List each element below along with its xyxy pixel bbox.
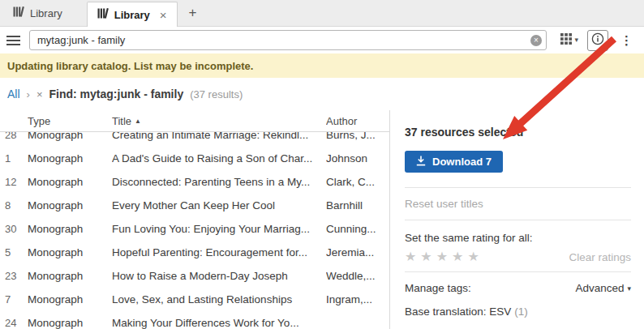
notification-banner: Updating library catalog. List may be in…	[0, 53, 644, 78]
cell-title: A Dad's Guide to Raising a Son of Char..…	[112, 152, 326, 164]
search-input[interactable]	[29, 30, 547, 50]
library-table: Type Title▲ Author 28 Monograph Creating…	[0, 110, 389, 329]
cell-type: Monograph	[28, 293, 112, 306]
cell-type: Monograph	[28, 246, 112, 258]
more-options-icon[interactable]: ⋮	[617, 33, 636, 48]
cell-author: Jeremia...	[326, 246, 389, 258]
menu-icon[interactable]	[6, 36, 20, 45]
rating-row: ★★★★★ Clear ratings	[405, 250, 631, 263]
cell-type: Monograph	[28, 176, 112, 188]
cell-author: Cunning...	[326, 223, 389, 235]
results-count: (37 results)	[190, 88, 243, 100]
grid-view-icon	[560, 33, 572, 47]
row-number: 12	[0, 176, 28, 188]
search-field: ×	[29, 30, 547, 50]
row-number: 5	[0, 246, 28, 258]
selection-panel: 37 resources selected Download 7 Reset u…	[389, 110, 644, 329]
reset-user-titles-button[interactable]: Reset user titles	[405, 188, 631, 220]
chevron-down-icon: ▾	[627, 284, 631, 293]
cell-title: Every Mother Can Keep Her Cool	[112, 199, 326, 212]
table-row[interactable]: 5 Monograph Hopeful Parenting: Encourage…	[0, 241, 389, 264]
cell-type: Monograph	[28, 317, 112, 329]
clear-search-icon[interactable]: ×	[530, 35, 542, 46]
star-rating[interactable]: ★★★★★	[405, 250, 483, 263]
filter-bar: All › × Find: mytag:junk - family (37 re…	[0, 78, 644, 110]
download-icon	[416, 156, 426, 169]
table-row[interactable]: 7 Monograph Love, Sex, and Lasting Relat…	[0, 288, 389, 311]
table-row[interactable]: 1 Monograph A Dad's Guide to Raising a S…	[0, 147, 389, 170]
table-header: Type Title▲ Author	[0, 110, 389, 132]
chevron-down-icon: ▾	[574, 36, 578, 44]
table-row[interactable]: 12 Monograph Disconnected: Parenting Tee…	[0, 170, 389, 194]
view-selector-button[interactable]: ▾	[560, 33, 578, 47]
row-number: 23	[0, 270, 28, 282]
cell-title: Disconnected: Parenting Teens in a My...	[112, 176, 326, 188]
divider	[405, 220, 631, 220]
rating-label: Set the same rating for all:	[405, 232, 631, 244]
cell-author: Johnson	[326, 152, 389, 164]
cell-author: Burns, J...	[326, 132, 389, 141]
table-row[interactable]: 30 Monograph Fun Loving You: Enjoying Yo…	[0, 217, 389, 241]
cell-title: Fun Loving You: Enjoying Your Marriag...	[112, 223, 326, 235]
cell-type: Monograph	[28, 132, 112, 141]
table-row[interactable]: 8 Monograph Every Mother Can Keep Her Co…	[0, 194, 389, 217]
main-content: Type Title▲ Author 28 Monograph Creating…	[0, 110, 644, 329]
cell-type: Monograph	[28, 270, 112, 282]
tab-library-background[interactable]: Library	[3, 0, 72, 26]
cell-type: Monograph	[28, 199, 112, 212]
cell-title: Creating an Intimate Marriage: Rekindl..…	[112, 132, 326, 141]
header-title[interactable]: Title▲	[112, 115, 326, 127]
row-number: 24	[0, 317, 28, 329]
clear-ratings-button[interactable]: Clear ratings	[569, 251, 631, 263]
info-icon	[591, 32, 604, 48]
info-button[interactable]	[587, 30, 608, 51]
selected-count-label: 37 resources selected	[405, 126, 631, 139]
header-author[interactable]: Author	[326, 115, 389, 127]
cell-author: Barnhill	[326, 199, 389, 212]
manage-tags-label: Manage tags:	[405, 282, 471, 294]
tab-label: Library	[114, 9, 150, 21]
tab-library-active[interactable]: Library ×	[87, 2, 178, 27]
library-icon	[13, 6, 24, 19]
cell-author: Clark, C...	[326, 176, 389, 188]
sort-ascending-icon: ▲	[135, 118, 141, 125]
table-body: 28 Monograph Creating an Intimate Marria…	[0, 132, 389, 329]
advanced-dropdown[interactable]: Advanced ▾	[575, 282, 631, 294]
toolbar: × ▾ ⋮	[0, 26, 644, 53]
download-button[interactable]: Download 7	[405, 151, 503, 173]
row-number: 7	[0, 293, 28, 306]
base-translation-label: Base translation: ESV(1)	[405, 306, 631, 318]
row-number: 28	[0, 132, 28, 141]
tab-bar: Library Library × +	[0, 0, 644, 26]
tab-label: Library	[30, 7, 62, 19]
cell-type: Monograph	[28, 223, 112, 235]
cell-author: Ingram,...	[326, 293, 389, 306]
cell-author: Weddle,...	[326, 270, 389, 282]
manage-tags-row: Manage tags: Advanced ▾	[405, 282, 631, 294]
toolbar-icons: ▾ ⋮	[560, 30, 638, 51]
close-tab-icon[interactable]: ×	[160, 9, 167, 21]
divider	[405, 271, 631, 272]
chevron-right-icon: ›	[27, 88, 30, 100]
cell-title: How to Raise a Modern-Day Joseph	[112, 270, 326, 282]
cell-type: Monograph	[28, 152, 112, 164]
row-number: 1	[0, 152, 28, 164]
base-translation-count: (1)	[514, 306, 528, 318]
library-icon	[97, 8, 109, 21]
cell-title: Hopeful Parenting: Encouragement for...	[112, 246, 326, 258]
library-window: Library Library × + × ▾	[0, 0, 644, 329]
row-number: 30	[0, 223, 28, 235]
table-row[interactable]: 23 Monograph How to Raise a Modern-Day J…	[0, 264, 389, 288]
cell-title: Love, Sex, and Lasting Relationships	[112, 293, 326, 306]
active-filter-label: Find: mytag:junk - family	[49, 88, 184, 100]
banner-text: Updating library catalog. List may be in…	[7, 60, 253, 72]
filter-all-link[interactable]: All	[7, 88, 20, 100]
table-row[interactable]: 24 Monograph Making Your Differences Wor…	[0, 311, 389, 329]
remove-filter-icon[interactable]: ×	[36, 88, 43, 100]
header-type[interactable]: Type	[28, 115, 112, 127]
cell-title: Making Your Differences Work for Yo...	[112, 317, 326, 329]
row-number: 8	[0, 199, 28, 212]
new-tab-button[interactable]: +	[178, 0, 208, 26]
table-row[interactable]: 28 Monograph Creating an Intimate Marria…	[0, 132, 389, 147]
